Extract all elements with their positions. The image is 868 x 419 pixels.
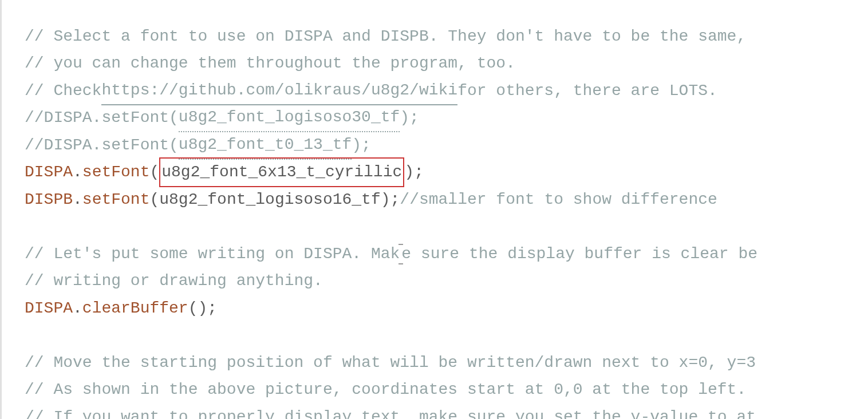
comment-text: //DISPA.setFont( xyxy=(25,104,179,132)
blank-line[interactable] xyxy=(25,322,868,350)
code-line[interactable]: // Check https://github.com/olikraus/u8g… xyxy=(25,77,868,105)
comment-text: // you can change them throughout the pr… xyxy=(25,50,515,77)
code-line[interactable]: // you can change them throughout the pr… xyxy=(25,50,868,78)
code-line[interactable]: DISPA.clearBuffer(); xyxy=(25,295,868,322)
comment-text: //smaller font to show difference xyxy=(400,186,717,214)
paren-open: ( xyxy=(149,186,159,214)
paren-close: ); xyxy=(381,186,400,214)
text-cursor-icon xyxy=(401,245,401,263)
font-argument: u8g2_font_6x13_t_cyrillic xyxy=(161,163,402,181)
highlighted-selection[interactable]: u8g2_font_6x13_t_cyrillic xyxy=(159,157,404,187)
comment-text: // If you want to properly display text,… xyxy=(25,404,756,419)
method-name: clearBuffer xyxy=(82,295,188,322)
code-line[interactable]: //DISPA.setFont(u8g2_font_logisoso30_tf … xyxy=(25,105,868,132)
comment-text: // As shown in the above picture, coordi… xyxy=(25,376,746,404)
paren-close: (); xyxy=(188,295,217,322)
code-editor[interactable]: // Select a font to use on DISPA and DIS… xyxy=(0,0,868,419)
code-line[interactable]: DISPA.setFont(u8g2_font_6x13_t_cyrillic … xyxy=(25,159,868,187)
code-line[interactable]: DISPB.setFont(u8g2_font_logisoso16_tf );… xyxy=(25,186,868,214)
comment-text: // Check xyxy=(25,77,101,105)
object-name: DISPA xyxy=(25,295,73,322)
code-line[interactable]: // Move the starting position of what wi… xyxy=(25,349,868,377)
comment-text: ); xyxy=(352,132,371,159)
object-name: DISPB xyxy=(25,186,73,214)
code-line[interactable]: // Let's put some writing on DISPA. Make… xyxy=(25,240,868,268)
code-line[interactable]: // writing or drawing anything. xyxy=(25,268,868,295)
paren-open: ( xyxy=(149,159,159,186)
comment-text: // Move the starting position of what wi… xyxy=(25,349,756,377)
method-name: setFont xyxy=(82,186,150,214)
code-line[interactable]: // Select a font to use on DISPA and DIS… xyxy=(25,23,868,50)
code-line[interactable]: // If you want to properly display text,… xyxy=(25,404,868,419)
comment-identifier: u8g2_font_t0_13_tf xyxy=(179,131,352,160)
paren-close: ); xyxy=(404,159,424,186)
blank-line[interactable] xyxy=(25,214,868,241)
dot-operator: . xyxy=(73,186,82,214)
object-name: DISPA xyxy=(25,159,73,186)
dot-operator: . xyxy=(73,295,82,322)
comment-text: // writing or drawing anything. xyxy=(25,267,323,295)
code-line[interactable]: //DISPA.setFont(u8g2_font_t0_13_tf); xyxy=(25,132,868,159)
url-link[interactable]: https://github.com/olikraus/u8g2/wiki xyxy=(101,77,457,105)
comment-text: // Select a font to use on DISPA and DIS… xyxy=(25,23,746,50)
comment-text: ); xyxy=(400,104,419,132)
method-name: setFont xyxy=(82,159,150,186)
dot-operator: . xyxy=(73,159,82,186)
comment-text: //DISPA.setFont( xyxy=(25,132,179,159)
comment-text: for others, there are LOTS. xyxy=(457,77,717,105)
font-argument: u8g2_font_logisoso16_tf xyxy=(159,186,380,214)
comment-identifier: u8g2_font_logisoso30_tf xyxy=(179,104,400,132)
code-line[interactable]: // As shown in the above picture, coordi… xyxy=(25,377,868,404)
comment-text: // Let's put some writing on DISPA. Mak xyxy=(25,240,400,268)
comment-text: e sure the display buffer is clear be xyxy=(401,240,757,268)
